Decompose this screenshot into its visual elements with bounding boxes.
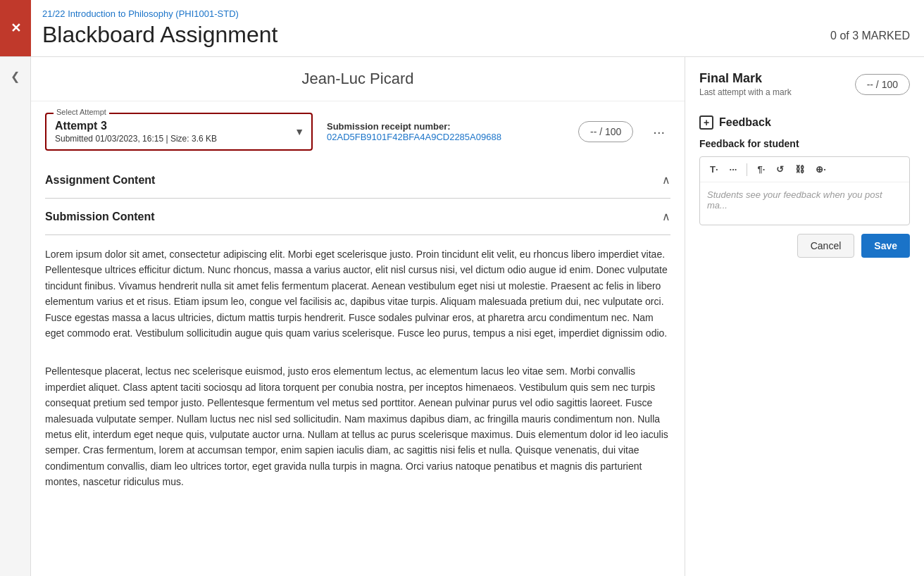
close-icon: ✕ [11, 20, 21, 36]
feedback-add-icon: + [699, 115, 713, 130]
attempt-score-pill[interactable]: -- / 100 [578, 121, 633, 142]
submitted-date: 01/03/2023, 16:15 [95, 134, 163, 144]
save-button[interactable]: Save [861, 234, 910, 258]
assignment-content-chevron-icon: ∧ [662, 173, 670, 187]
toolbar-link-button[interactable]: ⛓ [791, 161, 808, 177]
submission-content-section-header[interactable]: Submission Content ∧ [45, 199, 670, 235]
nav-collapse-button[interactable]: ❮ [5, 64, 25, 89]
final-mark-section: Final Mark Last attempt with a mark -- /… [699, 71, 910, 97]
toolbar-insert-button[interactable]: ⊕· [811, 161, 830, 177]
final-mark-title: Final Mark [699, 71, 792, 86]
breadcrumb: 21/22 Introduction to Philosophy (PHI100… [42, 8, 830, 19]
close-button[interactable]: ✕ [0, 0, 31, 56]
page-title: Blackboard Assignment [42, 22, 830, 48]
feedback-editor-body[interactable]: Students see your feedback when you post… [700, 182, 909, 225]
toolbar-undo-button[interactable]: ↺ [772, 161, 788, 177]
receipt-label: Submission receipt number: [327, 121, 564, 132]
toolbar-text-button[interactable]: T· [706, 161, 723, 177]
toolbar-divider-1 [747, 163, 747, 176]
submission-paragraph-2: Pellentesque placerat, lectus nec sceler… [45, 352, 670, 501]
attempt-name: Attempt 3 [55, 120, 303, 132]
feedback-editor: T· ··· ¶· ↺ ⛓ ⊕· Students see your feedb… [699, 156, 910, 225]
center-content: Jean-Luc Picard Select Attempt Attempt 3… [31, 57, 685, 576]
marked-count: 0 of 3 MARKED [830, 30, 910, 42]
attempt-label: Select Attempt [54, 108, 109, 116]
attempt-area: Select Attempt Attempt 3 Submitted 01/03… [31, 101, 685, 162]
toolbar-paragraph-button[interactable]: ¶· [753, 161, 769, 177]
assignment-content-section-header[interactable]: Assignment Content ∧ [45, 162, 670, 199]
feedback-actions: Cancel Save [699, 234, 910, 258]
submission-paragraph-1: Lorem ipsum dolor sit amet, consectetur … [45, 235, 670, 352]
more-options-button[interactable]: ··· [647, 121, 670, 143]
chevron-left-icon: ❮ [11, 70, 20, 82]
editor-placeholder: Students see your feedback when you post… [707, 189, 902, 211]
content-area: Assignment Content ∧ Submission Content … [31, 162, 685, 576]
final-mark-info: Final Mark Last attempt with a mark [699, 71, 792, 97]
feedback-for-student-label: Feedback for student [699, 138, 910, 149]
student-name: Jean-Luc Picard [31, 57, 685, 101]
submission-content-title: Submission Content [45, 211, 155, 223]
left-nav: ❮ [0, 57, 31, 576]
header-title-area: 21/22 Introduction to Philosophy (PHI100… [42, 8, 830, 48]
dropdown-arrow-icon: ▼ [294, 126, 304, 137]
cancel-button[interactable]: Cancel [797, 234, 855, 258]
final-mark-score-pill[interactable]: -- / 100 [855, 74, 910, 95]
main-layout: ❮ Jean-Luc Picard Select Attempt Attempt… [0, 57, 924, 576]
assignment-content-title: Assignment Content [45, 174, 155, 187]
app-container: ✕ 21/22 Introduction to Philosophy (PHI1… [0, 0, 924, 576]
submitted-label: Submitted [55, 134, 93, 144]
toolbar-more-button[interactable]: ··· [725, 161, 742, 177]
header-right: 0 of 3 MARKED [830, 30, 910, 42]
size-label: Size: [170, 134, 189, 144]
receipt-number: 02AD5FB9101F42BFA4A9CD2285A09688 [327, 132, 564, 142]
attempt-selector[interactable]: Select Attempt Attempt 3 Submitted 01/03… [45, 113, 313, 151]
attempt-meta: Submitted 01/03/2023, 16:15 | Size: 3.6 … [55, 134, 303, 144]
header: ✕ 21/22 Introduction to Philosophy (PHI1… [0, 0, 924, 57]
submission-content-chevron-icon: ∧ [662, 210, 670, 223]
editor-toolbar: T· ··· ¶· ↺ ⛓ ⊕· [700, 157, 909, 182]
feedback-title: Feedback [719, 116, 771, 129]
receipt-area: Submission receipt number: 02AD5FB9101F4… [327, 121, 564, 142]
size-value: 3.6 KB [192, 134, 217, 144]
final-mark-subtitle: Last attempt with a mark [699, 87, 792, 97]
right-panel: Final Mark Last attempt with a mark -- /… [685, 57, 924, 576]
feedback-header: + Feedback [699, 115, 910, 130]
